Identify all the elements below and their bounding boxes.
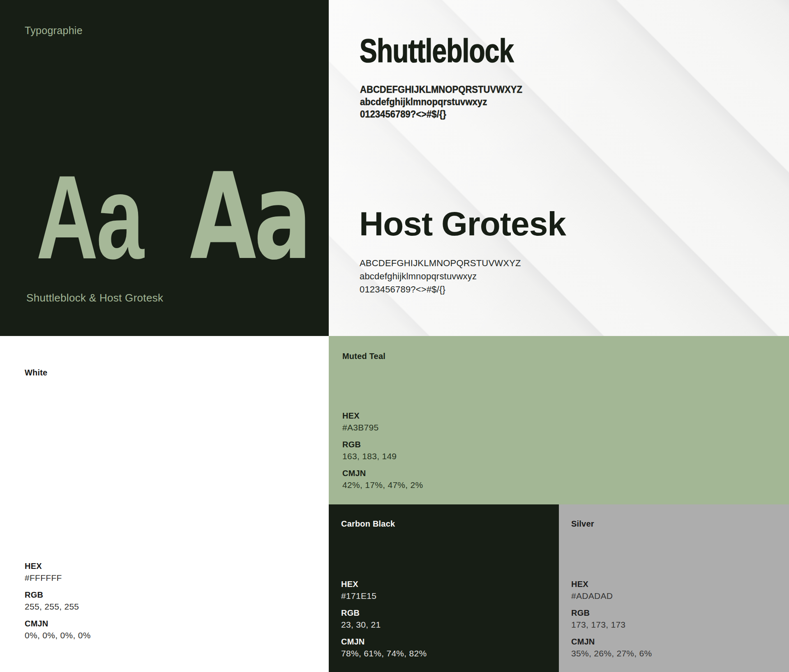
hex-label: HEX xyxy=(571,578,652,590)
cmjn-label: CMJN xyxy=(571,636,652,647)
cmjn-value: 78%, 61%, 74%, 82% xyxy=(341,647,427,660)
cmjn-spec: CMJN 0%, 0%, 0%, 0% xyxy=(25,618,91,642)
alphabet-numerals: 0123456789?<>#$/{} xyxy=(360,283,521,296)
typeface-name-shuttleblock: Shuttleblock xyxy=(360,32,513,70)
hex-value: #A3B795 xyxy=(342,421,423,434)
hex-label: HEX xyxy=(342,410,423,421)
rgb-value: 173, 173, 173 xyxy=(571,619,652,631)
hex-label: HEX xyxy=(25,560,91,572)
specimen-aa-shuttleblock: Aa xyxy=(36,157,142,276)
alphabet-uppercase: ABCDEFGHIJKLMNOPQRSTUVWXYZ xyxy=(360,83,522,96)
typeface-name-host-grotesk: Host Grotesk xyxy=(359,205,566,243)
rgb-value: 163, 183, 149 xyxy=(342,450,423,463)
alphabet-lowercase: abcdefghijklmnopqrstuvwxyz xyxy=(360,270,521,283)
rgb-label: RGB xyxy=(25,589,91,601)
brand-guide-page: Typographie Aa Aa Shuttleblock & Host Gr… xyxy=(0,0,789,672)
alphabet-host-grotesk: ABCDEFGHIJKLMNOPQRSTUVWXYZ abcdefghijklm… xyxy=(360,257,521,296)
color-specs: HEX #ADADAD RGB 173, 173, 173 CMJN 35%, … xyxy=(571,578,652,665)
rgb-label: RGB xyxy=(341,607,427,619)
cmjn-value: 0%, 0%, 0%, 0% xyxy=(25,629,91,642)
typeface-caption: Shuttleblock & Host Grotesk xyxy=(26,292,163,304)
cmjn-value: 42%, 17%, 47%, 2% xyxy=(342,479,423,491)
cmjn-label: CMJN xyxy=(342,467,423,479)
cmjn-label: CMJN xyxy=(341,636,427,647)
color-specs: HEX #A3B795 RGB 163, 183, 149 CMJN 42%, … xyxy=(342,410,423,496)
section-label-typographie: Typographie xyxy=(25,25,83,37)
color-specs: HEX #FFFFFF RGB 255, 255, 255 CMJN 0%, 0… xyxy=(25,560,91,647)
rgb-spec: RGB 173, 173, 173 xyxy=(571,607,652,631)
color-name: Muted Teal xyxy=(342,352,385,361)
type-specimen-panel: Shuttleblock ABCDEFGHIJKLMNOPQRSTUVWXYZ … xyxy=(329,0,789,336)
rgb-spec: RGB 163, 183, 149 xyxy=(342,439,423,463)
color-card-silver: Silver HEX #ADADAD RGB 173, 173, 173 CMJ… xyxy=(559,504,789,672)
rgb-value: 255, 255, 255 xyxy=(25,601,91,613)
typography-panel: Typographie Aa Aa Shuttleblock & Host Gr… xyxy=(0,0,329,336)
hex-spec: HEX #FFFFFF xyxy=(25,560,91,584)
color-card-white: White HEX #FFFFFF RGB 255, 255, 255 CMJN… xyxy=(0,336,329,672)
alphabet-lowercase: abcdefghijklmnopqrstuvwxyz xyxy=(360,96,522,108)
rgb-spec: RGB 255, 255, 255 xyxy=(25,589,91,613)
hex-spec: HEX #171E15 xyxy=(341,578,427,602)
cmjn-label: CMJN xyxy=(25,618,91,629)
rgb-value: 23, 30, 21 xyxy=(341,619,427,631)
rgb-label: RGB xyxy=(342,439,423,450)
hex-value: #171E15 xyxy=(341,590,427,602)
alphabet-numerals: 0123456789?<>#$/{} xyxy=(360,108,522,120)
cmjn-spec: CMJN 78%, 61%, 74%, 82% xyxy=(341,636,427,660)
hex-value: #ADADAD xyxy=(571,590,652,602)
cmjn-value: 35%, 26%, 27%, 6% xyxy=(571,647,652,660)
hex-spec: HEX #ADADAD xyxy=(571,578,652,602)
rgb-label: RGB xyxy=(571,607,652,619)
cmjn-spec: CMJN 35%, 26%, 27%, 6% xyxy=(571,636,652,660)
specimen-aa-host-grotesk: Aa xyxy=(190,157,309,276)
alphabet-shuttleblock: ABCDEFGHIJKLMNOPQRSTUVWXYZ abcdefghijklm… xyxy=(360,83,522,120)
hex-label: HEX xyxy=(341,578,427,590)
color-name: White xyxy=(25,368,47,377)
color-card-muted-teal: Muted Teal HEX #A3B795 RGB 163, 183, 149… xyxy=(329,336,789,504)
cmjn-spec: CMJN 42%, 17%, 47%, 2% xyxy=(342,467,423,491)
alphabet-uppercase: ABCDEFGHIJKLMNOPQRSTUVWXYZ xyxy=(360,257,521,270)
rgb-spec: RGB 23, 30, 21 xyxy=(341,607,427,631)
color-card-carbon-black: Carbon Black HEX #171E15 RGB 23, 30, 21 … xyxy=(329,504,559,672)
color-name: Carbon Black xyxy=(341,519,395,529)
hex-spec: HEX #A3B795 xyxy=(342,410,423,434)
color-name: Silver xyxy=(571,519,594,529)
hex-value: #FFFFFF xyxy=(25,572,91,584)
color-specs: HEX #171E15 RGB 23, 30, 21 CMJN 78%, 61%… xyxy=(341,578,427,665)
